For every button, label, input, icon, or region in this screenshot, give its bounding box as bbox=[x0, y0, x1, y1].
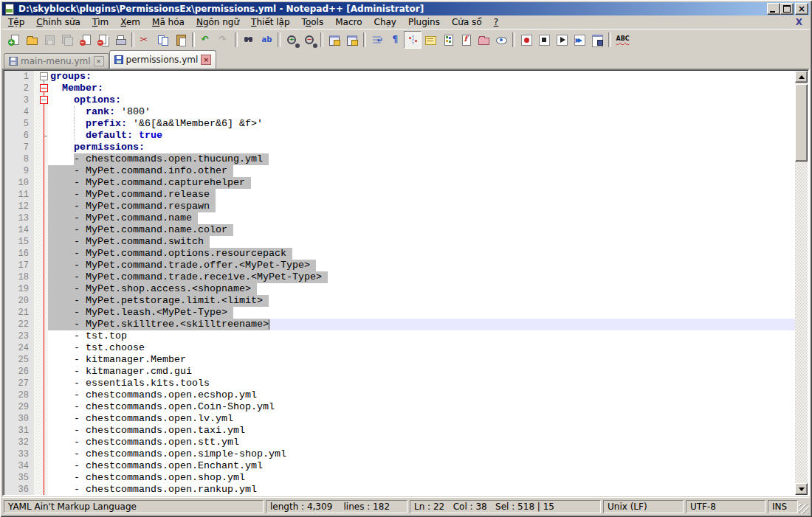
toolbar-macro-play-button[interactable] bbox=[553, 31, 571, 49]
code-line[interactable]: 26 - kitmanager.cmd.gui bbox=[4, 366, 795, 378]
code-line[interactable]: 7 permissions: bbox=[4, 142, 795, 153]
toolbar-show-indent-guide-button[interactable] bbox=[404, 31, 422, 49]
code-line[interactable]: 12 - MyPet.command.respawn bbox=[4, 201, 795, 212]
menu-item-tep[interactable]: Tệp bbox=[2, 15, 30, 29]
code-text[interactable]: - MyPet.shop.access.<shopname> bbox=[48, 283, 795, 295]
code-line[interactable]: 18 - MyPet.command.trade.receive.<MyPet-… bbox=[4, 271, 795, 283]
scroll-up-button[interactable] bbox=[795, 71, 808, 83]
code-text[interactable]: - MyPet.command.capturehelper bbox=[48, 177, 795, 189]
code-line[interactable]: 2 Member: bbox=[4, 83, 795, 94]
code-text[interactable]: options: bbox=[48, 94, 795, 106]
menu-item-tools[interactable]: Tools bbox=[296, 15, 330, 29]
code-text[interactable]: - MyPet.command.switch bbox=[48, 236, 795, 248]
menubar-close-button[interactable]: X bbox=[796, 17, 810, 27]
toolbar-sync-vertical-button[interactable] bbox=[326, 31, 343, 49]
toolbar-copy-button[interactable] bbox=[154, 31, 172, 49]
code-line[interactable]: 8 - chestcommands.open.thucung.yml bbox=[4, 153, 795, 165]
code-line[interactable]: 16 - MyPet.command.options.resourcepack bbox=[4, 248, 795, 260]
code-text[interactable]: - MyPet.command.name bbox=[48, 212, 795, 224]
toolbar-word-wrap-button[interactable] bbox=[368, 31, 386, 49]
scrollbar-thumb[interactable] bbox=[795, 84, 808, 162]
vertical-scrollbar[interactable] bbox=[795, 71, 808, 495]
menu-item-plugins[interactable]: Plugins bbox=[402, 15, 446, 29]
code-text[interactable]: - kitmanager.Member bbox=[48, 354, 795, 366]
code-text[interactable]: - MyPet.skilltree.<skilltreename> bbox=[48, 319, 795, 330]
fold-margin[interactable] bbox=[34, 83, 48, 94]
code-area[interactable]: 1groups:2 Member:3 options:4 rank: '800'… bbox=[4, 71, 795, 495]
toolbar-paste-button[interactable] bbox=[172, 31, 190, 49]
maximize-button[interactable] bbox=[780, 3, 794, 15]
code-line[interactable]: 9 - MyPet.command.info.other bbox=[4, 165, 795, 177]
toolbar-folder-as-workspace-button[interactable] bbox=[475, 31, 492, 49]
code-line[interactable]: 10 - MyPet.command.capturehelper bbox=[4, 177, 795, 189]
code-text[interactable]: - MyPet.command.trade.offer.<MyPet-Type> bbox=[48, 260, 795, 271]
code-line[interactable]: 32 - chestcommands.open.stt.yml bbox=[4, 437, 795, 448]
toolbar-open-file-button[interactable] bbox=[23, 31, 41, 49]
code-line[interactable]: 19 - MyPet.shop.access.<shopname> bbox=[4, 283, 795, 295]
code-text[interactable]: groups: bbox=[48, 71, 795, 83]
code-text[interactable]: - MyPet.leash.<MyPet-Type> bbox=[48, 307, 795, 319]
toolbar-macro-stop-button[interactable] bbox=[535, 31, 553, 49]
code-text[interactable]: - chestcommands.open.Coin-Shop.yml bbox=[48, 401, 795, 413]
menu-item-ma-hoa[interactable]: Mã hóa bbox=[146, 15, 190, 29]
title-bar[interactable]: D:\skyblock\plugins\PermissionsEx\permis… bbox=[2, 2, 810, 15]
code-line[interactable]: 14 - MyPet.command.name.color bbox=[4, 224, 795, 236]
code-text[interactable]: - MyPet.command.release bbox=[48, 189, 795, 201]
code-line[interactable]: 29 - chestcommands.open.Coin-Shop.yml bbox=[4, 401, 795, 413]
code-text[interactable]: - chestcommands.open.simple-shop.yml bbox=[48, 448, 795, 460]
code-text[interactable]: - chestcommands.open.shop.yml bbox=[48, 472, 795, 484]
code-line[interactable]: 21 - MyPet.leash.<MyPet-Type> bbox=[4, 307, 795, 319]
toolbar-undo-button[interactable] bbox=[197, 31, 215, 49]
toolbar-close-all-button[interactable] bbox=[94, 31, 111, 49]
toolbar-function-list-button[interactable] bbox=[457, 31, 475, 49]
toolbar-monitoring-button[interactable] bbox=[492, 31, 510, 49]
code-line[interactable]: 15 - MyPet.command.switch bbox=[4, 236, 795, 248]
toolbar-zoom-out-button[interactable] bbox=[300, 31, 318, 49]
code-line[interactable]: 17 - MyPet.command.trade.offer.<MyPet-Ty… bbox=[4, 260, 795, 271]
close-button[interactable]: × bbox=[795, 3, 808, 15]
code-text[interactable]: - chestcommands.open.stt.yml bbox=[48, 437, 795, 448]
tab-close-icon[interactable]: × bbox=[94, 56, 104, 66]
code-text[interactable]: - MyPet.petstorage.limit.<limit> bbox=[48, 295, 795, 307]
code-text[interactable]: - chestcommands.open.taxi.yml bbox=[48, 425, 795, 437]
code-text[interactable]: - chestcommands.open.thucung.yml bbox=[48, 153, 795, 165]
toolbar-macro-record-button[interactable] bbox=[517, 31, 535, 49]
toolbar-new-file-button[interactable] bbox=[5, 31, 23, 49]
menu-item-cua-so[interactable]: Cửa sổ bbox=[446, 15, 488, 29]
code-line[interactable]: 30 - chestcommands.open.lv.yml bbox=[4, 413, 795, 425]
menu-item-xem[interactable]: Xem bbox=[114, 15, 146, 29]
code-text[interactable]: default: true bbox=[48, 130, 795, 142]
code-line[interactable]: 6 default: true bbox=[4, 130, 795, 142]
toolbar-find-button[interactable] bbox=[240, 31, 258, 49]
toolbar-cut-button[interactable] bbox=[137, 31, 154, 49]
code-text[interactable]: - essentials.kits.tools bbox=[48, 378, 795, 389]
toolbar-macro-save-button[interactable] bbox=[588, 31, 606, 49]
code-text[interactable]: rank: '800' bbox=[48, 106, 795, 118]
code-text[interactable]: - chestcommands.open.ecshop.yml bbox=[48, 389, 795, 401]
code-line[interactable]: 23 - tst.top bbox=[4, 330, 795, 342]
code-text[interactable]: - MyPet.command.options.resourcepack bbox=[48, 248, 795, 260]
code-text[interactable]: - tst.top bbox=[48, 330, 795, 342]
code-line[interactable]: 28 - chestcommands.open.ecshop.yml bbox=[4, 389, 795, 401]
fold-margin[interactable] bbox=[34, 71, 48, 83]
toolbar-sync-horizontal-button[interactable] bbox=[343, 31, 361, 49]
code-line[interactable]: 1groups: bbox=[4, 71, 795, 83]
tab-main-menu-yml[interactable]: main-menu.yml × bbox=[4, 53, 109, 69]
fold-collapse-icon[interactable] bbox=[40, 96, 48, 104]
menu-item-ngon-ngu[interactable]: Ngôn ngữ bbox=[190, 15, 245, 29]
code-line[interactable]: 20 - MyPet.petstorage.limit.<limit> bbox=[4, 295, 795, 307]
tab-permissions-yml[interactable]: permissions.yml × bbox=[109, 50, 217, 69]
code-line[interactable]: 13 - MyPet.command.name bbox=[4, 212, 795, 224]
code-line[interactable]: 27 - essentials.kits.tools bbox=[4, 378, 795, 389]
toolbar-print-button[interactable] bbox=[111, 31, 129, 49]
code-line[interactable]: 33 - chestcommands.open.simple-shop.yml bbox=[4, 448, 795, 460]
resize-grip[interactable] bbox=[799, 504, 809, 514]
code-line[interactable]: 11 - MyPet.command.release bbox=[4, 189, 795, 201]
toolbar-macro-run-multiple-button[interactable] bbox=[571, 31, 588, 49]
code-text[interactable]: - MyPet.command.respawn bbox=[48, 201, 795, 212]
code-text[interactable]: - chestcommands.open.rankup.yml bbox=[48, 484, 795, 495]
toolbar-spell-check-button[interactable] bbox=[613, 31, 631, 49]
fold-margin[interactable] bbox=[34, 94, 48, 106]
menu-item-thiet-lap[interactable]: Thiết lập bbox=[245, 15, 296, 29]
menu-item-help[interactable]: ? bbox=[488, 15, 504, 29]
